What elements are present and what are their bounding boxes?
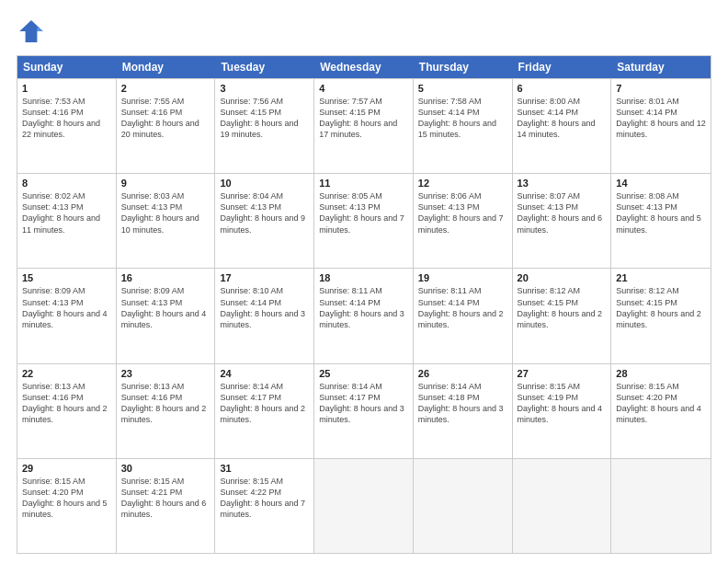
header-day-sunday: Sunday [17, 56, 117, 78]
day-cell-10: 10Sunrise: 8:04 AMSunset: 4:13 PMDayligh… [215, 174, 314, 268]
day-info: Sunrise: 8:14 AMSunset: 4:17 PMDaylight:… [319, 381, 408, 426]
day-info: Sunrise: 7:58 AMSunset: 4:14 PMDaylight:… [418, 96, 507, 141]
day-cell-7: 7Sunrise: 8:01 AMSunset: 4:14 PMDaylight… [611, 79, 711, 173]
day-info: Sunrise: 8:15 AMSunset: 4:20 PMDaylight:… [616, 381, 706, 426]
header-day-wednesday: Wednesday [314, 56, 414, 78]
day-cell-1: 1Sunrise: 7:53 AMSunset: 4:16 PMDaylight… [17, 79, 117, 173]
day-cell-21: 21Sunrise: 8:12 AMSunset: 4:15 PMDayligh… [611, 269, 711, 362]
day-number: 14 [616, 178, 706, 189]
day-info: Sunrise: 8:08 AMSunset: 4:13 PMDaylight:… [616, 190, 706, 236]
day-info: Sunrise: 8:10 AMSunset: 4:14 PMDaylight:… [220, 285, 309, 330]
page: SundayMondayTuesdayWednesdayThursdayFrid… [0, 0, 728, 563]
day-number: 4 [319, 83, 408, 94]
header-day-thursday: Thursday [414, 56, 513, 78]
day-info: Sunrise: 8:13 AMSunset: 4:16 PMDaylight:… [121, 381, 210, 426]
day-cell-23: 23Sunrise: 8:13 AMSunset: 4:16 PMDayligh… [117, 364, 216, 458]
day-info: Sunrise: 8:07 AMSunset: 4:13 PMDaylight:… [518, 190, 607, 236]
day-cell-17: 17Sunrise: 8:10 AMSunset: 4:14 PMDayligh… [215, 269, 314, 362]
day-cell-4: 4Sunrise: 7:57 AMSunset: 4:15 PMDaylight… [314, 79, 414, 173]
day-cell-24: 24Sunrise: 8:14 AMSunset: 4:17 PMDayligh… [215, 364, 314, 458]
day-info: Sunrise: 8:15 AMSunset: 4:21 PMDaylight:… [121, 476, 210, 521]
day-cell-8: 8Sunrise: 8:02 AMSunset: 4:13 PMDaylight… [17, 174, 117, 268]
day-cell-16: 16Sunrise: 8:09 AMSunset: 4:13 PMDayligh… [117, 269, 216, 362]
day-info: Sunrise: 8:04 AMSunset: 4:13 PMDaylight:… [220, 190, 309, 236]
day-info: Sunrise: 8:02 AMSunset: 4:13 PMDaylight:… [22, 190, 111, 236]
day-info: Sunrise: 8:05 AMSunset: 4:13 PMDaylight:… [319, 190, 408, 236]
day-info: Sunrise: 7:55 AMSunset: 4:16 PMDaylight:… [121, 96, 210, 141]
day-number: 10 [220, 178, 309, 189]
day-cell-29: 29Sunrise: 8:15 AMSunset: 4:20 PMDayligh… [17, 459, 117, 553]
day-number: 12 [418, 178, 507, 189]
empty-cell [414, 459, 513, 553]
day-number: 29 [22, 463, 111, 474]
day-number: 15 [22, 272, 111, 283]
day-number: 24 [220, 368, 309, 379]
day-number: 27 [518, 368, 607, 379]
week-row-1: 1Sunrise: 7:53 AMSunset: 4:16 PMDaylight… [17, 78, 711, 173]
day-cell-20: 20Sunrise: 8:12 AMSunset: 4:15 PMDayligh… [513, 269, 612, 362]
day-number: 7 [616, 83, 706, 94]
day-info: Sunrise: 8:15 AMSunset: 4:20 PMDaylight:… [22, 476, 111, 521]
day-number: 17 [220, 272, 309, 283]
day-cell-18: 18Sunrise: 8:11 AMSunset: 4:14 PMDayligh… [314, 269, 414, 362]
day-number: 30 [121, 463, 210, 474]
header [17, 17, 711, 46]
calendar: SundayMondayTuesdayWednesdayThursdayFrid… [17, 55, 711, 554]
day-info: Sunrise: 8:11 AMSunset: 4:14 PMDaylight:… [418, 285, 507, 330]
calendar-body: 1Sunrise: 7:53 AMSunset: 4:16 PMDaylight… [17, 78, 711, 553]
header-day-monday: Monday [117, 56, 216, 78]
day-number: 20 [518, 272, 607, 283]
day-number: 2 [121, 83, 210, 94]
day-info: Sunrise: 7:53 AMSunset: 4:16 PMDaylight:… [22, 96, 111, 141]
day-cell-31: 31Sunrise: 8:15 AMSunset: 4:22 PMDayligh… [215, 459, 314, 553]
day-info: Sunrise: 8:12 AMSunset: 4:15 PMDaylight:… [616, 285, 706, 330]
day-info: Sunrise: 7:56 AMSunset: 4:15 PMDaylight:… [220, 96, 309, 141]
day-number: 18 [319, 272, 408, 283]
day-number: 19 [418, 272, 507, 283]
week-row-2: 8Sunrise: 8:02 AMSunset: 4:13 PMDaylight… [17, 173, 711, 268]
day-cell-19: 19Sunrise: 8:11 AMSunset: 4:14 PMDayligh… [414, 269, 513, 362]
day-number: 6 [518, 83, 607, 94]
day-info: Sunrise: 8:03 AMSunset: 4:13 PMDaylight:… [121, 190, 210, 236]
header-day-friday: Friday [513, 56, 612, 78]
day-cell-6: 6Sunrise: 8:00 AMSunset: 4:14 PMDaylight… [513, 79, 612, 173]
empty-cell [314, 459, 414, 553]
day-number: 26 [418, 368, 507, 379]
day-cell-3: 3Sunrise: 7:56 AMSunset: 4:15 PMDaylight… [215, 79, 314, 173]
day-cell-28: 28Sunrise: 8:15 AMSunset: 4:20 PMDayligh… [611, 364, 711, 458]
week-row-3: 15Sunrise: 8:09 AMSunset: 4:13 PMDayligh… [17, 268, 711, 362]
day-number: 23 [121, 368, 210, 379]
logo [17, 17, 50, 46]
day-info: Sunrise: 8:14 AMSunset: 4:18 PMDaylight:… [418, 381, 507, 426]
day-cell-12: 12Sunrise: 8:06 AMSunset: 4:13 PMDayligh… [414, 174, 513, 268]
day-cell-11: 11Sunrise: 8:05 AMSunset: 4:13 PMDayligh… [314, 174, 414, 268]
day-number: 22 [22, 368, 111, 379]
day-info: Sunrise: 8:15 AMSunset: 4:19 PMDaylight:… [518, 381, 607, 426]
day-info: Sunrise: 8:09 AMSunset: 4:13 PMDaylight:… [121, 285, 210, 330]
day-number: 1 [22, 83, 111, 94]
day-info: Sunrise: 8:11 AMSunset: 4:14 PMDaylight:… [319, 285, 408, 330]
day-cell-9: 9Sunrise: 8:03 AMSunset: 4:13 PMDaylight… [117, 174, 216, 268]
day-number: 13 [518, 178, 607, 189]
week-row-5: 29Sunrise: 8:15 AMSunset: 4:20 PMDayligh… [17, 458, 711, 553]
day-number: 5 [418, 83, 507, 94]
header-day-saturday: Saturday [611, 56, 711, 78]
day-cell-22: 22Sunrise: 8:13 AMSunset: 4:16 PMDayligh… [17, 364, 117, 458]
day-number: 28 [616, 368, 706, 379]
day-cell-27: 27Sunrise: 8:15 AMSunset: 4:19 PMDayligh… [513, 364, 612, 458]
day-cell-14: 14Sunrise: 8:08 AMSunset: 4:13 PMDayligh… [611, 174, 711, 268]
week-row-4: 22Sunrise: 8:13 AMSunset: 4:16 PMDayligh… [17, 363, 711, 458]
day-number: 9 [121, 178, 210, 189]
day-cell-13: 13Sunrise: 8:07 AMSunset: 4:13 PMDayligh… [513, 174, 612, 268]
day-info: Sunrise: 8:15 AMSunset: 4:22 PMDaylight:… [220, 476, 309, 521]
day-info: Sunrise: 8:12 AMSunset: 4:15 PMDaylight:… [518, 285, 607, 330]
day-cell-30: 30Sunrise: 8:15 AMSunset: 4:21 PMDayligh… [117, 459, 216, 553]
day-info: Sunrise: 7:57 AMSunset: 4:15 PMDaylight:… [319, 96, 408, 141]
day-number: 16 [121, 272, 210, 283]
day-number: 31 [220, 463, 309, 474]
day-cell-26: 26Sunrise: 8:14 AMSunset: 4:18 PMDayligh… [414, 364, 513, 458]
day-number: 3 [220, 83, 309, 94]
day-number: 21 [616, 272, 706, 283]
day-info: Sunrise: 8:01 AMSunset: 4:14 PMDaylight:… [616, 96, 706, 141]
day-cell-15: 15Sunrise: 8:09 AMSunset: 4:13 PMDayligh… [17, 269, 117, 362]
